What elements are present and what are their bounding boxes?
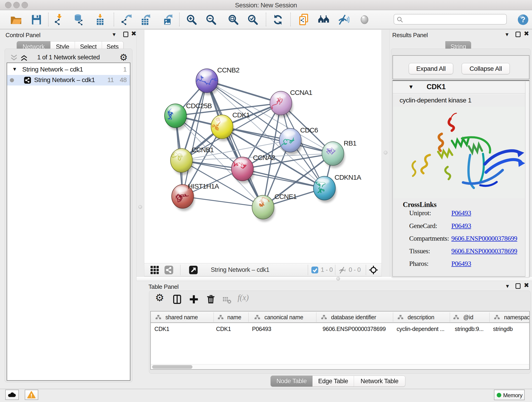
table-cell[interactable]: 9606.ENSP00000378699 — [323, 326, 386, 332]
network-collection-row[interactable]: ▼ String Network – cdk1 1 — [7, 64, 130, 75]
export-network-icon[interactable] — [120, 13, 133, 26]
network-row-selected[interactable]: String Network – cdk1 11 48 — [7, 75, 130, 85]
gene-expander-icon[interactable]: ▼ — [408, 84, 413, 90]
column-divider[interactable] — [489, 313, 490, 322]
open-in-window-icon[interactable] — [188, 265, 198, 275]
zoom-in-icon[interactable] — [186, 13, 198, 26]
expand-all-button[interactable]: Expand All — [409, 63, 453, 74]
search-box[interactable] — [394, 14, 507, 25]
network-collection-count: 1 — [123, 66, 127, 73]
string-network-icon — [24, 77, 31, 84]
table-cell[interactable]: CDK1 — [216, 326, 231, 332]
crosslink-link[interactable]: P06493 — [451, 222, 471, 230]
results-panel-close-icon[interactable]: ✖ — [524, 30, 529, 37]
network-collection-label: String Network – cdk1 — [22, 66, 83, 73]
node-table[interactable]: shared namenamecanonical namedatabase id… — [150, 311, 530, 370]
table-cell[interactable]: cyclin-dependent ... — [397, 326, 444, 332]
network-node-count: 11 — [108, 76, 114, 84]
string-app-icon[interactable] — [165, 266, 173, 274]
column-header-description[interactable]: description — [408, 314, 434, 321]
column-header-canonical-name[interactable]: canonical name — [264, 314, 303, 321]
network-edge-count: 48 — [120, 76, 127, 84]
hide-string-glass-icon[interactable] — [337, 13, 349, 26]
selected-checkbox-icon[interactable] — [311, 266, 318, 274]
column-divider[interactable] — [450, 313, 450, 322]
show-columns-icon[interactable] — [172, 294, 183, 305]
zoom-selected-icon[interactable] — [247, 13, 259, 26]
hidden-eye-slash-icon[interactable] — [338, 266, 346, 274]
control-panel-float-icon[interactable] — [123, 32, 128, 38]
save-session-icon[interactable] — [30, 13, 43, 26]
table-panel-close-icon[interactable]: ✖ — [524, 281, 529, 289]
table-cell[interactable]: CDK1 — [154, 326, 169, 332]
table-cell[interactable]: stringdb:9... — [455, 326, 483, 332]
crosslink-link[interactable]: P06493 — [451, 260, 471, 268]
warnings-button[interactable] — [25, 390, 38, 400]
refresh-icon[interactable] — [272, 13, 284, 26]
grid-view-icon[interactable] — [150, 266, 159, 274]
collapse-all-button[interactable]: Collapse All — [462, 63, 510, 74]
export-table-icon[interactable] — [139, 13, 151, 26]
column-type-icon — [155, 314, 161, 321]
column-divider[interactable] — [248, 313, 249, 322]
table-cell[interactable]: stringdb — [493, 326, 513, 332]
control-panel-collapse-icon[interactable]: ▼ — [112, 32, 116, 38]
column-divider[interactable] — [393, 313, 393, 322]
column-divider[interactable] — [214, 313, 214, 322]
column-header-name[interactable]: name — [227, 314, 241, 321]
results-panel-float-icon[interactable] — [515, 32, 520, 38]
toolbar-separator — [48, 13, 49, 26]
column-header-database-identifier[interactable]: database identifier — [331, 314, 376, 321]
search-input[interactable] — [405, 15, 504, 24]
memory-button[interactable]: Memory — [494, 390, 525, 400]
string-home-icon[interactable] — [317, 13, 330, 26]
network-options-gear-icon[interactable]: ⚙ — [120, 52, 128, 63]
left-splitter[interactable] — [136, 30, 144, 281]
tree-expander-icon[interactable]: ▼ — [12, 66, 17, 72]
table-panel-collapse-icon[interactable]: ▼ — [505, 283, 510, 289]
crosslink-label: Uniprot: — [409, 209, 431, 217]
tab-network-table[interactable]: Network Table — [354, 376, 405, 387]
export-image-icon[interactable] — [161, 13, 173, 26]
column-header-@id[interactable]: @id — [463, 314, 473, 321]
show-eye-icon[interactable] — [358, 13, 371, 26]
table-horizontal-scrollbar[interactable] — [151, 364, 529, 369]
import-network-icon[interactable] — [53, 13, 65, 26]
table-panel-float-icon[interactable] — [515, 283, 520, 290]
clipboard-network-icon[interactable] — [298, 13, 310, 26]
table-gear-icon[interactable]: ⚙ — [155, 292, 164, 303]
control-panel-close-icon[interactable]: ✖ — [131, 30, 136, 37]
network-view-toolbar: String Network – cdk1 1 - 0 0 - 0 — [144, 263, 381, 276]
table-cell[interactable]: P06493 — [252, 326, 271, 332]
crosslink-link[interactable]: P06493 — [451, 209, 471, 217]
gene-header-row[interactable]: ▼ CDK1 — [393, 81, 529, 94]
open-session-icon[interactable] — [10, 13, 22, 26]
application-window: Session: New Session ? Control Panel ▼ ✖… — [0, 0, 532, 402]
help-icon[interactable]: ? — [517, 13, 529, 26]
tab-node-table[interactable]: Node Table — [271, 376, 312, 387]
zoom-out-icon[interactable] — [205, 13, 217, 26]
column-divider[interactable] — [316, 313, 317, 322]
column-header-namespace[interactable]: namespace — [504, 314, 530, 321]
crosslink-link[interactable]: 9606.ENSP00000378699 — [451, 235, 517, 242]
column-type-icon — [453, 314, 459, 321]
delete-column-icon[interactable] — [206, 294, 216, 305]
import-table-icon[interactable] — [94, 13, 106, 26]
search-icon — [397, 17, 403, 23]
column-type-icon — [398, 314, 404, 321]
cloud-button[interactable] — [5, 390, 19, 400]
scrollbar-thumb[interactable] — [152, 365, 192, 369]
results-panel-collapse-icon[interactable]: ▼ — [505, 32, 509, 38]
node-label-CDC6: CDC6 — [300, 126, 318, 134]
column-header-shared-name[interactable]: shared name — [165, 314, 198, 321]
zoom-fit-icon[interactable] — [227, 13, 240, 26]
network-canvas[interactable]: CCNB2CCNA1CDC25BCDK1CDC6RB1CCNB1CCNA2CDK… — [144, 30, 381, 263]
right-splitter[interactable] — [381, 30, 389, 281]
function-builder-icon: f(x) — [238, 293, 249, 302]
crosslink-link[interactable]: 9606.ENSP00000378699 — [451, 247, 517, 255]
results-vertical-scrollbar[interactable] — [525, 81, 529, 277]
birds-eye-view-icon[interactable] — [368, 265, 379, 275]
import-database-icon[interactable] — [73, 13, 85, 26]
add-column-icon[interactable] — [189, 294, 199, 305]
tab-edge-table[interactable]: Edge Table — [312, 376, 354, 387]
